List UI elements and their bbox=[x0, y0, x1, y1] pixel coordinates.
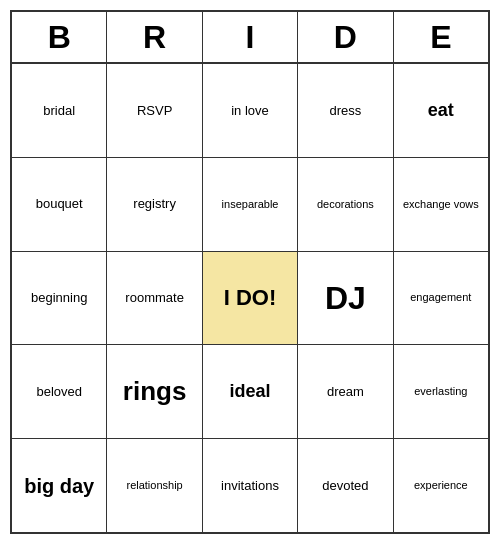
bingo-card: BRIDE bridalRSVPin lovedresseatbouquetre… bbox=[10, 10, 490, 534]
header-letter-i: I bbox=[203, 12, 298, 62]
cell-r4-c4: experience bbox=[394, 439, 488, 532]
cell-r2-c3: DJ bbox=[298, 252, 393, 345]
cell-r0-c1: RSVP bbox=[107, 64, 202, 157]
cell-r2-c2: I DO! bbox=[203, 252, 298, 345]
cell-r2-c0: beginning bbox=[12, 252, 107, 345]
cell-r3-c0: beloved bbox=[12, 345, 107, 438]
grid-row-0: bridalRSVPin lovedresseat bbox=[12, 64, 488, 158]
header-letter-b: B bbox=[12, 12, 107, 62]
grid-row-3: belovedringsidealdreameverlasting bbox=[12, 345, 488, 439]
cell-r4-c3: devoted bbox=[298, 439, 393, 532]
grid-row-2: beginningroommateI DO!DJengagement bbox=[12, 252, 488, 346]
cell-r3-c4: everlasting bbox=[394, 345, 488, 438]
cell-r0-c4: eat bbox=[394, 64, 488, 157]
grid-row-1: bouquetregistryinseparabledecorationsexc… bbox=[12, 158, 488, 252]
cell-r0-c3: dress bbox=[298, 64, 393, 157]
cell-r1-c2: inseparable bbox=[203, 158, 298, 251]
cell-r4-c0: big day bbox=[12, 439, 107, 532]
header-letter-e: E bbox=[394, 12, 488, 62]
cell-r2-c4: engagement bbox=[394, 252, 488, 345]
cell-r3-c1: rings bbox=[107, 345, 202, 438]
cell-r3-c3: dream bbox=[298, 345, 393, 438]
header-letter-d: D bbox=[298, 12, 393, 62]
cell-r1-c4: exchange vows bbox=[394, 158, 488, 251]
cell-r4-c2: invitations bbox=[203, 439, 298, 532]
cell-r0-c0: bridal bbox=[12, 64, 107, 157]
header-letter-r: R bbox=[107, 12, 202, 62]
cell-r0-c2: in love bbox=[203, 64, 298, 157]
cell-r1-c3: decorations bbox=[298, 158, 393, 251]
cell-r2-c1: roommate bbox=[107, 252, 202, 345]
cell-r3-c2: ideal bbox=[203, 345, 298, 438]
grid-row-4: big dayrelationshipinvitationsdevotedexp… bbox=[12, 439, 488, 532]
cell-r1-c1: registry bbox=[107, 158, 202, 251]
grid: bridalRSVPin lovedresseatbouquetregistry… bbox=[12, 64, 488, 532]
cell-r1-c0: bouquet bbox=[12, 158, 107, 251]
cell-r4-c1: relationship bbox=[107, 439, 202, 532]
header-row: BRIDE bbox=[12, 12, 488, 64]
